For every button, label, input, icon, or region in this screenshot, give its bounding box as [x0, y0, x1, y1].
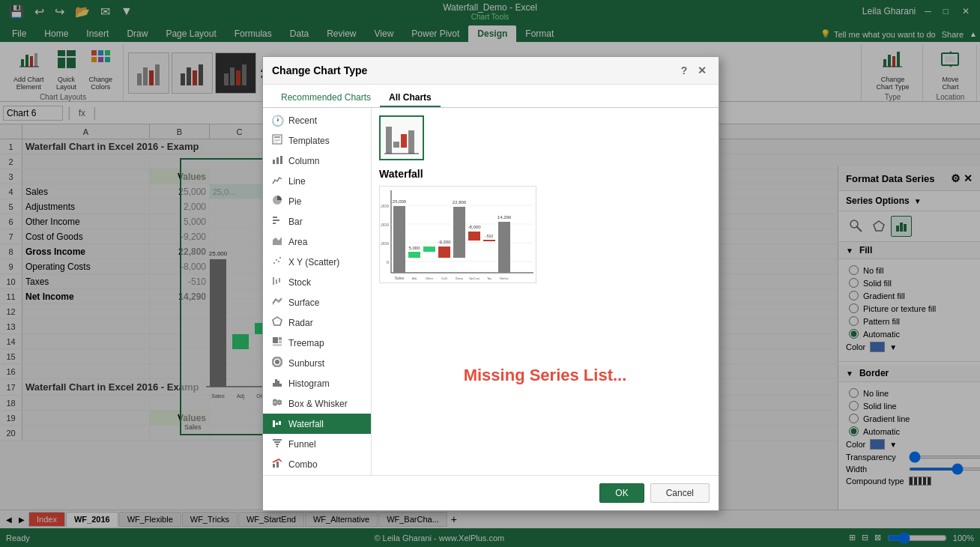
svg-text:NetInc: NetInc [500, 276, 509, 280]
dialog-title-bar: Change Chart Type ? ✕ [263, 57, 719, 85]
area-icon [270, 235, 284, 248]
dialog-chart-type-list: 🕐 Recent Templates Column Line [263, 108, 372, 475]
svg-text:-9,200: -9,200 [438, 240, 451, 244]
scatter-icon [270, 256, 284, 268]
svg-text:14,290: 14,290 [497, 215, 512, 220]
sunburst-icon [270, 357, 284, 369]
svg-text:OpCost: OpCost [469, 276, 480, 280]
svg-rect-88 [275, 379, 277, 387]
dialog-title-text: Change Chart Type [272, 64, 367, 76]
pie-icon [270, 195, 284, 208]
chart-type-stock[interactable]: Stock [263, 272, 371, 292]
svg-rect-121 [408, 252, 420, 258]
svg-text:CoG: CoG [441, 276, 447, 280]
chart-type-treemap[interactable]: Treemap [263, 333, 371, 353]
svg-rect-128 [468, 232, 480, 241]
chart-type-line[interactable]: Line [263, 171, 371, 191]
svg-text:0: 0 [387, 260, 390, 265]
svg-text:Sales: Sales [395, 276, 405, 280]
svg-rect-119 [393, 206, 405, 273]
column-icon [270, 154, 284, 167]
svg-rect-95 [273, 420, 275, 427]
waterfall-icon [270, 417, 284, 430]
dialog-help-btn[interactable]: ? [677, 63, 692, 78]
svg-rect-107 [408, 130, 414, 154]
recent-icon: 🕐 [270, 115, 284, 127]
svg-rect-65 [280, 156, 282, 164]
ok-btn[interactable]: OK [599, 483, 644, 503]
svg-rect-68 [273, 220, 279, 221]
chart-type-recent[interactable]: 🕐 Recent [263, 111, 371, 130]
change-chart-type-dialog: Change Chart Type ? ✕ Recommended Charts… [262, 56, 719, 511]
svg-rect-87 [273, 383, 275, 387]
chart-type-waterfall[interactable]: Waterfall [263, 414, 371, 434]
svg-rect-96 [276, 423, 278, 425]
chart-type-surface[interactable]: Surface [263, 292, 371, 312]
chart-type-combo[interactable]: Combo [263, 454, 371, 474]
cancel-btn[interactable]: Cancel [650, 483, 710, 503]
svg-rect-69 [273, 223, 276, 224]
svg-marker-70 [273, 237, 282, 245]
svg-rect-102 [273, 464, 275, 468]
svg-rect-106 [401, 134, 407, 148]
missing-series-message: Missing Series List... [379, 283, 711, 468]
svg-rect-84 [273, 344, 282, 346]
chart-type-histogram[interactable]: Histogram [263, 373, 371, 393]
svg-text:30,000: 30,000 [380, 204, 390, 208]
svg-text:-510: -510 [486, 234, 493, 238]
svg-text:Adj: Adj [412, 276, 417, 280]
histogram-icon [270, 377, 284, 390]
svg-rect-100 [276, 444, 279, 445]
svg-point-74 [279, 257, 281, 259]
dialog-body: 🕐 Recent Templates Column Line [263, 108, 719, 475]
chart-type-templates[interactable]: Templates [263, 130, 371, 151]
svg-text:Gross: Gross [456, 276, 464, 280]
line-icon [270, 175, 284, 187]
svg-text:20,000: 20,000 [380, 223, 390, 227]
chart-preview-row [379, 115, 711, 160]
recommended-charts-tab[interactable]: Recommended Charts [272, 89, 380, 107]
svg-rect-132 [498, 222, 510, 273]
waterfall-chart-preview: 30,000 20,000 10,000 0 25,000 5,000 -9,2… [379, 186, 536, 283]
svg-rect-67 [273, 217, 277, 218]
svg-text:22,800: 22,800 [453, 200, 467, 205]
chart-type-pie[interactable]: Pie [263, 191, 371, 211]
svg-rect-82 [279, 337, 282, 340]
treemap-icon [270, 336, 284, 349]
stock-icon [270, 276, 284, 288]
dialog-close-btn[interactable]: ✕ [695, 63, 710, 78]
svg-point-71 [273, 262, 275, 264]
waterfall-thumb[interactable] [379, 115, 424, 160]
svg-text:Other: Other [426, 276, 434, 280]
svg-point-85 [275, 360, 279, 364]
dialog-title-buttons: ? ✕ [677, 63, 710, 78]
all-charts-tab[interactable]: All Charts [380, 89, 441, 107]
svg-rect-98 [273, 439, 282, 441]
chart-type-bar[interactable]: Bar [263, 211, 371, 232]
chart-type-funnel[interactable]: Funnel [263, 434, 371, 454]
svg-text:-8,000: -8,000 [468, 225, 481, 229]
chart-type-scatter[interactable]: X Y (Scatter) [263, 252, 371, 272]
dialog-content: Waterfall 30,000 20,000 10,000 0 [372, 108, 719, 475]
svg-text:5,000: 5,000 [408, 246, 420, 250]
svg-rect-97 [279, 421, 281, 425]
svg-text:Tax: Tax [487, 276, 491, 280]
svg-rect-61 [274, 139, 280, 141]
chart-type-box-whisker[interactable]: Box & Whisker [263, 393, 371, 414]
bar-icon [270, 215, 284, 228]
svg-rect-103 [276, 462, 279, 468]
chart-type-radar[interactable]: Radar [263, 312, 371, 333]
svg-point-73 [278, 261, 279, 262]
chart-type-column[interactable]: Column [263, 151, 371, 171]
surface-icon [270, 296, 284, 309]
chart-type-sunburst[interactable]: Sunburst [263, 353, 371, 373]
svg-point-72 [276, 259, 277, 261]
combo-icon [270, 458, 284, 471]
svg-rect-104 [386, 127, 392, 154]
chart-type-area[interactable]: Area [263, 232, 371, 252]
svg-text:10,000: 10,000 [380, 241, 390, 246]
svg-rect-60 [274, 136, 280, 138]
svg-rect-62 [274, 142, 278, 142]
dialog-footer: OK Cancel [263, 475, 719, 510]
svg-text:25,000: 25,000 [393, 199, 407, 204]
